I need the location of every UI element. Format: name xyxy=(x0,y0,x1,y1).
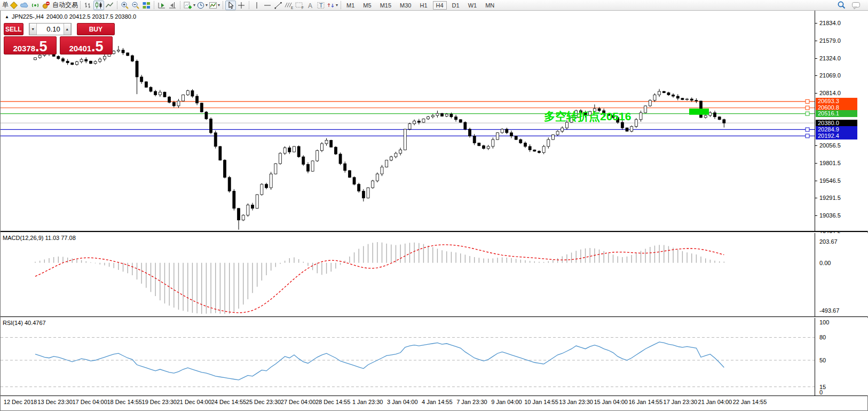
candle-body xyxy=(445,114,448,116)
candle-body xyxy=(330,140,333,147)
chart-line-icon[interactable] xyxy=(104,1,115,10)
candle-body xyxy=(163,92,166,97)
dropdown-caret[interactable]: ▾ xyxy=(218,3,220,7)
macd-chart[interactable] xyxy=(1,233,815,316)
fibonacci-expansion-icon[interactable]: F xyxy=(294,1,305,10)
candle-body xyxy=(464,122,467,129)
toolbar: 单 自动交易 ▾ ▾ ▾ E F A T ▾ M1M5M15M30H1H4D1W… xyxy=(0,0,868,11)
crosshair-icon[interactable] xyxy=(236,1,247,10)
candle-body xyxy=(556,131,559,135)
horizontal-line-tool-icon[interactable] xyxy=(262,1,273,10)
green-zone-rectangle[interactable] xyxy=(689,108,709,115)
text-tool-icon[interactable]: A xyxy=(305,1,315,10)
macd-scale[interactable]: 203.670.00-493.67 xyxy=(815,233,868,316)
price-line-tag: 20192.4 xyxy=(816,133,857,139)
timeframe-button-W1[interactable]: W1 xyxy=(465,1,480,10)
line-handle[interactable] xyxy=(806,112,809,115)
zoom-out-icon[interactable] xyxy=(130,1,141,10)
rsi-scale[interactable]: 1008050150 xyxy=(815,318,868,396)
timeframe-button-H4[interactable]: H4 xyxy=(433,1,447,10)
line-handle[interactable] xyxy=(806,106,809,110)
fibonacci-retracement-icon[interactable]: E xyxy=(283,1,294,10)
timeframe-button-M1[interactable]: M1 xyxy=(343,1,358,10)
market-watch-icon[interactable] xyxy=(9,1,19,10)
new-order-button[interactable]: 单 xyxy=(2,1,9,10)
sell-price-box[interactable]: 20378 .5 xyxy=(4,36,57,55)
volume-increase-button[interactable]: ▲ xyxy=(64,24,71,35)
sell-price-int: 20378 xyxy=(13,41,35,57)
candle-body xyxy=(200,103,203,112)
candle-body xyxy=(316,151,319,161)
candle-body xyxy=(131,56,133,61)
chart-bars-icon[interactable] xyxy=(83,1,93,10)
price-scale-tick: 19801.5 xyxy=(819,160,841,166)
buy-button[interactable]: BUY xyxy=(77,23,115,35)
text-label-tool-icon[interactable]: T xyxy=(315,1,326,10)
time-axis[interactable]: 12 Dec 201813 Dec 23:3017 Dec 04:0018 De… xyxy=(1,396,867,410)
arrows-tool-icon[interactable]: ▾ xyxy=(326,1,338,10)
timeframe-button-M5[interactable]: M5 xyxy=(360,1,374,10)
candle-body xyxy=(117,50,120,51)
mql5-community-icon[interactable] xyxy=(19,1,30,10)
sell-price-frac: .5 xyxy=(35,38,48,55)
candle-body xyxy=(658,91,661,95)
collapse-triangle-icon[interactable]: ▲ xyxy=(5,14,9,19)
tile-windows-icon[interactable] xyxy=(141,1,152,10)
line-handle[interactable] xyxy=(806,99,809,103)
timeframe-button-D1[interactable]: D1 xyxy=(449,1,463,10)
sell-button[interactable]: SELL xyxy=(4,23,23,35)
price-scale-tick: 20056.5 xyxy=(819,142,841,149)
chart-shift-icon[interactable] xyxy=(167,1,178,10)
candle-body xyxy=(501,129,503,133)
timeframe-button-MN[interactable]: MN xyxy=(482,1,498,10)
trendline-tool-icon[interactable] xyxy=(273,1,283,10)
candle-body xyxy=(547,139,550,146)
candle-body xyxy=(261,184,263,195)
search-icon[interactable] xyxy=(836,1,847,10)
indicators-icon[interactable]: ▾ xyxy=(208,1,220,10)
candle-body xyxy=(422,119,425,122)
timeframe-button-M30[interactable]: M30 xyxy=(397,1,414,10)
macd-label: MACD(12,26,9) 11.03 77.08 xyxy=(3,235,76,241)
candle-body xyxy=(367,188,369,198)
timeframe-button-M15[interactable]: M15 xyxy=(377,1,394,10)
rsi-scale-tick: 100 xyxy=(819,319,829,325)
chart-candles-icon[interactable] xyxy=(93,1,104,10)
price-scale-tick: 21324.0 xyxy=(819,55,841,61)
candle-body xyxy=(686,99,689,99)
chat-icon[interactable] xyxy=(851,1,862,10)
rsi-chart[interactable] xyxy=(1,318,815,396)
buy-price-box[interactable]: 20401 .5 xyxy=(60,36,113,55)
chart-title: ▲ JPN225-,H4 20400.0 20412.5 20317.5 203… xyxy=(5,13,136,20)
candle-body xyxy=(256,195,258,208)
price-line-tag: 20380.0 xyxy=(816,120,857,127)
cursor-icon[interactable] xyxy=(225,1,236,10)
annotation-text[interactable]: 多空转折点20516 xyxy=(544,110,631,123)
svg-text:T: T xyxy=(319,2,323,9)
macd-signal-line xyxy=(35,245,724,313)
autotrading-label[interactable]: 自动交易 xyxy=(52,1,78,10)
dropdown-caret[interactable]: ▾ xyxy=(336,3,338,7)
candle-body xyxy=(542,146,545,153)
candle-body xyxy=(431,115,434,117)
candle-body xyxy=(159,92,161,95)
volume-decrease-button[interactable]: ▼ xyxy=(29,24,37,35)
zoom-in-icon[interactable] xyxy=(120,1,130,10)
new-chart-icon[interactable]: ▾ xyxy=(183,1,196,10)
periods-clock-icon[interactable]: ▾ xyxy=(196,1,208,10)
candlestick-chart[interactable]: 多空转折点20516 xyxy=(1,11,815,231)
candle-body xyxy=(353,177,356,184)
line-handle[interactable] xyxy=(806,134,809,138)
dropdown-caret[interactable]: ▾ xyxy=(206,3,208,7)
vertical-line-tool-icon[interactable] xyxy=(251,1,262,10)
autotrading-icon[interactable] xyxy=(41,1,51,10)
auto-scroll-icon[interactable] xyxy=(156,1,167,10)
line-handle[interactable] xyxy=(806,128,809,131)
dropdown-caret[interactable]: ▾ xyxy=(193,3,195,7)
candle-body xyxy=(487,146,490,149)
signals-icon[interactable] xyxy=(30,1,41,10)
timeframe-button-H1[interactable]: H1 xyxy=(416,1,430,10)
price-scale[interactable]: 21834.021579.021324.021069.020814.020056… xyxy=(815,11,868,231)
candle-body xyxy=(662,91,665,93)
volume-input[interactable] xyxy=(37,24,64,35)
